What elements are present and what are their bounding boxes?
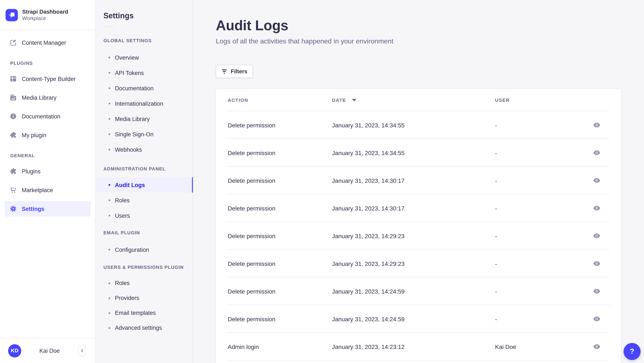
eye-icon xyxy=(593,233,600,238)
table-row[interactable]: Delete permission January 31, 2023, 14:3… xyxy=(216,139,621,167)
view-details-button[interactable] xyxy=(592,204,602,212)
cell-action: Delete permission xyxy=(228,260,332,267)
bullet-icon xyxy=(108,103,110,104)
subnav-item-providers[interactable]: Providers xyxy=(96,290,193,305)
subnav-item-media-library[interactable]: Media Library xyxy=(96,111,193,127)
sidebar-item-content-type-builder[interactable]: Content-Type Builder xyxy=(5,70,91,88)
table-body: Delete permission January 31, 2023, 14:3… xyxy=(216,111,621,360)
cell-date: January 31, 2023, 14:24:59 xyxy=(332,288,495,295)
cell-user: - xyxy=(495,232,583,239)
bullet-icon xyxy=(108,184,110,186)
sidebar-item-label: My plugin xyxy=(22,132,46,138)
cell-action: Delete permission xyxy=(228,315,332,322)
table-row[interactable]: Admin login January 31, 2023, 14:23:12 K… xyxy=(216,333,621,360)
puzzle-icon xyxy=(10,168,16,175)
table-header-row: ACTION DATE USER xyxy=(216,89,621,111)
sidebar-item-content-manager[interactable]: Content Manager xyxy=(5,33,91,52)
eye-icon xyxy=(593,316,600,321)
cell-date: January 31, 2023, 14:30:17 xyxy=(332,205,495,212)
subnav-item-users[interactable]: Users xyxy=(96,208,193,223)
brand-title: Strapi Dashboard xyxy=(22,8,68,15)
bullet-icon xyxy=(108,297,110,299)
view-details-button[interactable] xyxy=(592,259,602,268)
cell-action: Delete permission xyxy=(228,122,332,128)
sidebar-item-label: Content Manager xyxy=(22,40,66,46)
sidebar-section-general: GENERAL xyxy=(10,153,95,159)
eye-icon xyxy=(593,261,600,266)
sidebar-item-my-plugin[interactable]: My plugin xyxy=(5,126,91,144)
cell-date: January 31, 2023, 14:29:23 xyxy=(332,232,495,239)
subnav-section-label: USERS & PERMISSIONS PLUGIN xyxy=(104,265,193,270)
subnav-item-advanced-settings[interactable]: Advanced settings xyxy=(96,320,193,335)
sidebar-item-label: Documentation xyxy=(22,113,60,120)
view-details-button[interactable] xyxy=(592,287,602,295)
cell-user: - xyxy=(495,288,583,295)
column-header-date[interactable]: DATE xyxy=(332,98,495,103)
eye-icon xyxy=(593,289,600,293)
table-row[interactable]: Delete permission January 31, 2023, 14:3… xyxy=(216,194,621,222)
collapse-sidebar-button[interactable] xyxy=(78,345,86,356)
sidebar-item-media-library[interactable]: Media Library xyxy=(5,88,91,107)
bullet-icon xyxy=(108,118,110,120)
bullet-icon xyxy=(108,87,110,89)
sidebar-item-settings[interactable]: Settings xyxy=(5,199,91,218)
view-details-button[interactable] xyxy=(592,149,602,157)
view-details-button[interactable] xyxy=(592,121,602,129)
eye-icon xyxy=(593,123,600,127)
subnav-item-configuration[interactable]: Configuration xyxy=(96,242,193,257)
sort-desc-icon xyxy=(352,99,356,101)
eye-icon xyxy=(593,206,600,210)
sidebar-item-label: Content-Type Builder xyxy=(22,76,76,82)
sidebar-item-marketplace[interactable]: Marketplace xyxy=(5,181,91,199)
user-profile[interactable]: KD Kai Doe xyxy=(0,338,95,363)
sidebar-nav: Content Manager PLUGINS Content-Type Bui… xyxy=(0,30,95,338)
subnav-section-administration-panel: ADMINISTRATION PANEL Audit Logs Roles Us… xyxy=(96,166,193,223)
cell-user: - xyxy=(495,122,583,128)
sidebar-item-documentation[interactable]: Documentation xyxy=(5,107,91,126)
user-name: Kai Doe xyxy=(21,347,78,354)
avatar: KD xyxy=(8,344,21,357)
cell-date: January 31, 2023, 14:34:55 xyxy=(332,149,495,156)
layout-grid-icon xyxy=(10,75,16,82)
cell-action: Delete permission xyxy=(228,149,332,156)
filter-icon xyxy=(221,68,227,74)
subnav-section-global-settings: GLOBAL SETTINGS Overview API Tokens Docu… xyxy=(96,38,193,157)
subnav-section-label: EMAIL PLUGIN xyxy=(104,230,193,236)
view-details-button[interactable] xyxy=(592,315,602,323)
bullet-icon xyxy=(108,215,110,216)
sidebar-item-plugins[interactable]: Plugins xyxy=(5,162,91,181)
bullet-icon xyxy=(108,249,110,250)
subnav-item-audit-logs[interactable]: Audit Logs xyxy=(96,177,193,193)
subnav-item-documentation[interactable]: Documentation xyxy=(96,81,193,96)
sidebar-item-label: Settings xyxy=(22,206,44,212)
column-header-action: ACTION xyxy=(228,98,332,103)
view-details-button[interactable] xyxy=(592,342,602,351)
cell-date: January 31, 2023, 14:23:12 xyxy=(332,343,495,350)
table-row[interactable]: Delete permission January 31, 2023, 14:3… xyxy=(216,111,621,139)
table-row[interactable]: Delete permission January 31, 2023, 14:2… xyxy=(216,277,621,305)
filters-button[interactable]: Filters xyxy=(216,65,253,78)
audit-logs-table: ACTION DATE USER Delete permission Janua… xyxy=(216,89,621,363)
table-row[interactable]: Delete permission January 31, 2023, 14:2… xyxy=(216,222,621,250)
subnav-section-label: ADMINISTRATION PANEL xyxy=(104,166,193,172)
subnav-item-email-templates[interactable]: Email templates xyxy=(96,305,193,320)
main-content: Audit Logs Logs of all the activities th… xyxy=(193,0,644,363)
puzzle-icon xyxy=(10,132,16,138)
subnav-item-single-sign-on[interactable]: Single Sign-On xyxy=(96,127,193,142)
table-row[interactable]: Delete permission January 31, 2023, 14:2… xyxy=(216,305,621,333)
subnav-item-internationalization[interactable]: Internationalization xyxy=(96,96,193,111)
table-row[interactable]: Delete permission January 31, 2023, 14:2… xyxy=(216,250,621,277)
cell-action: Admin login xyxy=(228,343,332,350)
help-button[interactable]: ? xyxy=(624,343,640,360)
subnav-item-roles[interactable]: Roles xyxy=(96,193,193,208)
view-details-button[interactable] xyxy=(592,176,602,184)
subnav-item-webhooks[interactable]: Webhooks xyxy=(96,142,193,157)
subnav-item-overview[interactable]: Overview xyxy=(96,50,193,65)
cell-user: - xyxy=(495,205,583,212)
cell-action: Delete permission xyxy=(228,232,332,239)
table-row[interactable]: Delete permission January 31, 2023, 14:3… xyxy=(216,167,621,194)
bullet-icon xyxy=(108,327,110,329)
subnav-item-up-roles[interactable]: Roles xyxy=(96,276,193,290)
view-details-button[interactable] xyxy=(592,232,602,240)
subnav-item-api-tokens[interactable]: API Tokens xyxy=(96,65,193,81)
